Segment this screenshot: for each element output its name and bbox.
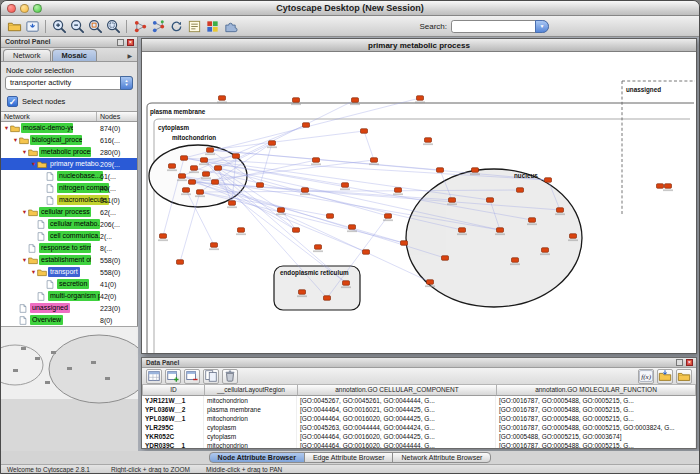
network-node[interactable] xyxy=(217,96,227,103)
table-cell[interactable]: YPL036W__2 xyxy=(142,405,204,414)
vizmapper-icon[interactable] xyxy=(203,17,221,35)
close-data-panel-icon[interactable]: × xyxy=(686,359,693,366)
delete-attribute-icon[interactable] xyxy=(184,369,200,384)
network-node[interactable] xyxy=(199,158,209,165)
table-cell[interactable]: [GO:0016787, GO:0005488, GO:0005215, G..… xyxy=(496,414,696,423)
network-node[interactable] xyxy=(324,296,331,301)
table-cell[interactable]: mitochondrion xyxy=(204,396,297,405)
rotate-network-icon[interactable] xyxy=(167,17,185,35)
network-node[interactable] xyxy=(181,188,191,195)
network-node[interactable] xyxy=(233,154,240,159)
tree-row[interactable]: ▼metabolic process280(0) xyxy=(1,146,137,158)
tree-row[interactable]: Overview8(0) xyxy=(1,314,137,326)
tree-row[interactable]: cellular metabo...206(... xyxy=(1,218,137,230)
network-node[interactable] xyxy=(236,228,246,235)
table-cell[interactable]: [GO:0045267, GO:0045261, GO:0044444, G..… xyxy=(297,396,496,405)
network-node[interactable] xyxy=(303,123,310,128)
table-cell[interactable]: [GO:0016787, GO:0005488, GO:0005215, G..… xyxy=(496,441,696,448)
tree-row[interactable]: nucleobase...61(... xyxy=(1,170,137,182)
network-node[interactable] xyxy=(361,129,368,134)
network-node[interactable] xyxy=(201,172,211,179)
network-node[interactable] xyxy=(276,208,286,215)
table-cell[interactable]: YDR039C__1 xyxy=(142,441,204,448)
tree-column-nodes[interactable]: Nodes xyxy=(97,112,120,121)
network-node[interactable] xyxy=(209,243,219,250)
network-node[interactable] xyxy=(189,166,199,173)
table-cell[interactable]: plasma membrane xyxy=(204,405,297,414)
network-node[interactable] xyxy=(442,256,449,261)
tree-row[interactable]: nitrogen compo...40(... xyxy=(1,182,137,194)
float-panel-icon[interactable] xyxy=(117,39,124,46)
network-node[interactable] xyxy=(423,138,433,145)
network-node[interactable] xyxy=(311,158,321,165)
select-first-neighbors-icon[interactable] xyxy=(149,17,167,35)
network-node[interactable] xyxy=(495,228,505,235)
table-cell[interactable]: YKR052C xyxy=(142,432,204,441)
network-frame[interactable]: primary metabolic process plasma membran… xyxy=(141,38,697,354)
network-node[interactable] xyxy=(540,248,550,255)
column-header[interactable]: __cellularLayoutRegion xyxy=(205,385,298,396)
table-cell[interactable]: [GO:0044464, GO:0016021, GO:0044425, G..… xyxy=(297,405,496,414)
tree-row[interactable]: response to stimul...8(... xyxy=(1,242,137,254)
node-color-dropdown[interactable]: transporter activity ▲▼ xyxy=(5,76,133,90)
tab-node-attribute-browser[interactable]: Node Attribute Browser xyxy=(209,452,305,463)
delete-row-icon[interactable] xyxy=(222,369,238,384)
hide-selected-icon[interactable] xyxy=(131,17,149,35)
table-cell[interactable]: [GO:0044464, GO:0016020, GO:0044425, G..… xyxy=(297,414,496,423)
tree-expander-icon[interactable]: ▼ xyxy=(12,137,19,143)
network-node[interactable] xyxy=(227,201,237,208)
network-node[interactable] xyxy=(545,178,552,183)
table-cell[interactable]: [GO:0044464, GO:0016020, GO:0044425, G..… xyxy=(297,432,496,441)
tree-row[interactable]: ▼transport558(0) xyxy=(1,266,137,278)
network-node[interactable] xyxy=(517,188,524,193)
network-node[interactable] xyxy=(510,258,520,265)
table-row[interactable]: YKR052Ccytoplasm[GO:0044464, GO:0016020,… xyxy=(142,432,696,441)
network-node[interactable] xyxy=(369,158,379,165)
network-node[interactable] xyxy=(257,183,264,188)
network-node[interactable] xyxy=(393,188,403,195)
network-node[interactable] xyxy=(327,214,334,219)
copy-attribute-icon[interactable] xyxy=(203,369,219,384)
network-node[interactable] xyxy=(470,168,480,175)
network-node[interactable] xyxy=(341,281,351,288)
zoom-out-icon[interactable] xyxy=(68,17,86,35)
table-cell[interactable]: mitochondrion xyxy=(204,441,297,448)
network-node[interactable] xyxy=(340,183,350,190)
table-cell[interactable]: YLR295C xyxy=(142,423,204,432)
table-cell[interactable]: YJR121W__1 xyxy=(142,396,204,405)
tree-row[interactable]: secretion41(0) xyxy=(1,278,137,290)
table-cell[interactable]: cytoplasm xyxy=(204,423,297,432)
tree-row[interactable]: cell communica...2(... xyxy=(1,230,137,242)
table-cell[interactable]: [GO:0016787, GO:0005488, GO:0005215, G..… xyxy=(496,396,696,405)
plugin-manager-icon[interactable] xyxy=(221,17,239,35)
open-network-icon[interactable] xyxy=(5,17,23,35)
tree-column-network[interactable]: Network xyxy=(1,112,97,121)
tree-row[interactable]: ▼establishment of lo...558(0) xyxy=(1,254,137,266)
network-node[interactable] xyxy=(527,218,537,225)
network-node[interactable] xyxy=(347,225,357,232)
search-input[interactable]: ▼ xyxy=(451,20,549,33)
float-data-panel-icon[interactable] xyxy=(676,359,683,366)
tab-network-attribute-browser[interactable]: Network Attribute Browser xyxy=(392,452,491,463)
tab-mosaic[interactable]: Mosaic xyxy=(52,49,97,61)
table-cell[interactable]: [GO:0016787, GO:0005488, GO:0005215, G..… xyxy=(496,405,696,414)
network-node[interactable] xyxy=(300,188,310,195)
column-header[interactable]: annotation.GO CELLULAR_COMPONENT xyxy=(298,385,497,396)
tree-expander-icon[interactable]: ▼ xyxy=(21,149,28,155)
network-node[interactable] xyxy=(568,234,578,241)
table-row[interactable]: YJR121W__1mitochondrion[GO:0045267, GO:0… xyxy=(142,396,696,405)
network-node[interactable] xyxy=(313,245,323,252)
tree-row[interactable]: ▼biological_process616(... xyxy=(1,134,137,146)
create-attribute-icon[interactable] xyxy=(165,369,181,384)
network-node[interactable] xyxy=(297,290,307,297)
table-cell[interactable]: mitochondrion xyxy=(204,414,297,423)
function-builder-icon[interactable]: f(x) xyxy=(638,369,654,384)
open-attributes-icon[interactable] xyxy=(676,369,692,384)
network-node[interactable] xyxy=(205,148,215,155)
network-node[interactable] xyxy=(189,180,196,185)
import-attributes-icon[interactable] xyxy=(657,369,673,384)
tree-row[interactable]: ▼mosaic-demo-yeast874(0) xyxy=(1,122,137,134)
table-row[interactable]: YDR039C__1mitochondrion[GO:0044464, GO:0… xyxy=(142,441,696,448)
network-node[interactable] xyxy=(177,260,184,265)
zoom-fit-icon[interactable] xyxy=(104,17,122,35)
